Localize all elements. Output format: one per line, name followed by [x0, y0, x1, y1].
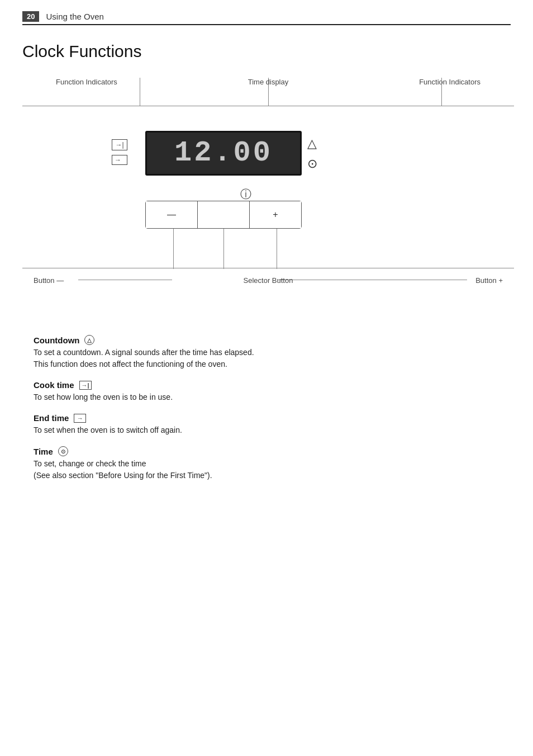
diagram: Function Indicators Time display Functio… — [22, 78, 514, 313]
desc-countdown-text1: To set a countdown. A signal sounds afte… — [34, 347, 499, 358]
vline-center-indicator — [268, 78, 269, 106]
hline-top — [22, 106, 514, 106]
desc-countdown: Countdown △ To set a countdown. A signal… — [34, 335, 499, 370]
bottom-labels: Button — Selector Button Button + — [22, 276, 514, 285]
left-icons: →| → — [112, 139, 127, 165]
vline-left-indicator — [140, 78, 140, 106]
button-selector[interactable] — [198, 201, 250, 228]
desc-cook-time-text: To set how long the oven is to be in use… — [34, 391, 499, 403]
desc-end-time-text: To set when the oven is to switch off ag… — [34, 424, 499, 436]
digital-display: 12.00 — [145, 131, 302, 176]
cook-time-heading-icon: →| — [79, 381, 92, 390]
info-icon: ⓘ — [240, 187, 251, 202]
desc-cook-time-heading: Cook time →| — [34, 380, 499, 390]
header-bar: 20 Using the Oven — [22, 11, 511, 25]
hline-bottom — [22, 268, 514, 268]
desc-end-time: End time → To set when the oven is to sw… — [34, 413, 499, 436]
button-plus[interactable]: + — [250, 201, 301, 228]
bottom-label-minus: Button — — [34, 276, 64, 285]
time-label: Time — [34, 447, 53, 456]
descriptions: Countdown △ To set a countdown. A signal… — [22, 335, 511, 481]
desc-time-text1: To set, change or check the time — [34, 458, 499, 470]
countdown-label: Countdown — [34, 336, 79, 345]
desc-end-time-heading: End time → — [34, 413, 499, 423]
vline-right-indicator — [441, 78, 442, 106]
desc-time: Time ⊙ To set, change or check the time … — [34, 446, 499, 481]
page-number: 20 — [22, 11, 39, 22]
bell-icon: △ — [307, 136, 317, 151]
end-time-label: End time — [34, 413, 69, 423]
countdown-bell-icon: △ — [84, 335, 94, 345]
label-function-indicators-right: Function Indicators — [419, 78, 480, 86]
end-time-icon: → — [112, 155, 127, 165]
header-title: Using the Oven — [46, 12, 103, 21]
desc-time-text2: (See also section "Before Using for the … — [34, 470, 499, 481]
cook-time-label: Cook time — [34, 380, 74, 390]
desc-countdown-text2: This function does not affect the functi… — [34, 358, 499, 370]
vline-btn-right — [277, 229, 277, 269]
vline-btn-left — [173, 229, 174, 269]
desc-time-heading: Time ⊙ — [34, 446, 499, 456]
vline-btn-center — [223, 229, 224, 269]
desc-cook-time: Cook time →| To set how long the oven is… — [34, 380, 499, 403]
clock-icon: ⊙ — [307, 157, 317, 171]
digital-time: 12.00 — [174, 139, 273, 168]
bottom-label-selector: Selector Button — [244, 276, 293, 285]
button-minus[interactable]: — — [146, 201, 198, 228]
right-icons: △ ⊙ — [307, 136, 317, 171]
section-title: Clock Functions — [22, 42, 511, 61]
bottom-label-plus: Button + — [475, 276, 503, 285]
buttons-row: — + — [145, 201, 302, 229]
cook-time-icon: →| — [112, 139, 127, 150]
label-function-indicators-left: Function Indicators — [56, 78, 117, 86]
desc-countdown-heading: Countdown △ — [34, 335, 499, 345]
time-heading-icon: ⊙ — [58, 446, 68, 456]
end-time-heading-icon: → — [74, 414, 86, 423]
